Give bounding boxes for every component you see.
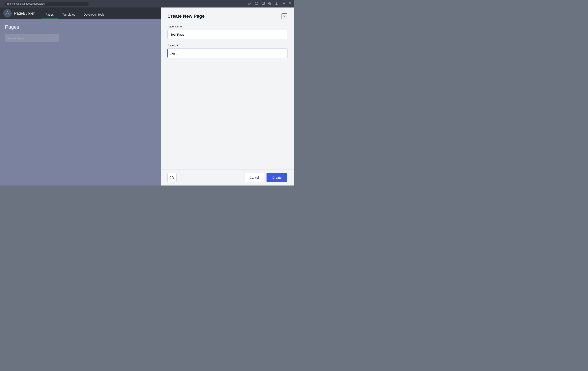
browser-chrome: ℹ http://localhost/pagebuilder/pages	[0, 0, 294, 8]
link-icon[interactable]	[248, 2, 252, 6]
modal-title: Create New Page	[168, 13, 205, 19]
main-content: Pages ✕ Create New Page × Page Na	[0, 19, 294, 186]
modal-footer: Cancel Create	[161, 170, 294, 186]
page-name-input[interactable]	[168, 30, 287, 39]
page-name-group: Page Name	[168, 25, 287, 39]
create-page-modal: Create New Page × Page Name Page URI	[161, 8, 294, 186]
app-title: PageBuilder	[14, 11, 35, 16]
page-uri-label: Page URI	[168, 44, 287, 47]
settings-icon[interactable]	[282, 2, 285, 6]
menu-icon[interactable]	[288, 2, 292, 6]
mail-icon[interactable]	[262, 2, 265, 6]
page-uri-input[interactable]	[168, 49, 287, 58]
modal-body: Page Name Page URI	[161, 23, 294, 170]
download-icon[interactable]	[275, 2, 278, 6]
camera-icon[interactable]	[255, 2, 258, 6]
browser-url-bar[interactable]: http://localhost/pagebuilder/pages	[5, 2, 88, 6]
footer-right: Cancel Create	[245, 173, 287, 182]
cancel-button[interactable]: Cancel	[245, 173, 264, 182]
app-container: PageBuilder Pages Templates Developer To…	[0, 8, 294, 186]
tab-developer-tools[interactable]: Developer Tools	[80, 8, 109, 19]
search-clear-icon[interactable]: ✕	[54, 36, 57, 40]
svg-point-4	[283, 3, 284, 4]
svg-point-0	[256, 3, 257, 4]
search-input[interactable]	[7, 37, 54, 40]
browser-toolbar-icons	[248, 2, 292, 6]
url-text: http://localhost/pagebuilder/pages	[7, 2, 44, 5]
svg-marker-8	[6, 11, 9, 15]
modal-close-button[interactable]: ×	[282, 13, 287, 19]
search-bar[interactable]: ✕	[5, 34, 59, 42]
modal-header: Create New Page ×	[161, 8, 294, 23]
footer-left	[168, 173, 177, 182]
app-logo[interactable]	[3, 9, 12, 18]
nav-tabs: Pages Templates Developer Tools	[41, 8, 109, 19]
upload-button[interactable]	[168, 173, 177, 182]
globe-icon[interactable]	[268, 2, 272, 6]
page-uri-group: Page URI	[168, 44, 287, 58]
tab-pages[interactable]: Pages	[41, 8, 58, 19]
browser-info-icon[interactable]: ℹ	[2, 2, 3, 5]
create-button[interactable]: Create	[266, 173, 287, 182]
tab-templates[interactable]: Templates	[58, 8, 80, 19]
page-name-label: Page Name	[168, 25, 287, 28]
